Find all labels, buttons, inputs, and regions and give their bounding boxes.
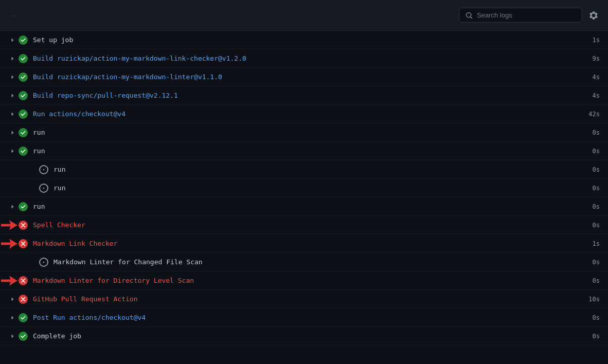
job-label: Set up job bbox=[33, 36, 578, 44]
header-left bbox=[8, 14, 19, 16]
job-row[interactable]: run0s bbox=[0, 123, 608, 142]
job-row[interactable]: run0s bbox=[0, 160, 608, 179]
search-input[interactable] bbox=[477, 11, 576, 19]
status-icon bbox=[19, 91, 28, 100]
job-label: Markdown Linter for Directory Level Scan bbox=[33, 277, 578, 284]
status-icon bbox=[19, 72, 28, 82]
job-label: run bbox=[33, 147, 578, 155]
chevron-icon bbox=[8, 221, 16, 229]
status-icon bbox=[19, 239, 28, 248]
job-duration: 42s bbox=[584, 111, 600, 118]
header-right bbox=[459, 8, 600, 23]
job-row[interactable]: run0s bbox=[0, 179, 608, 197]
chevron-icon bbox=[8, 147, 16, 155]
job-row[interactable]: Build ruzickap/action-my-markdown-linter… bbox=[0, 68, 608, 86]
status-icon bbox=[19, 35, 28, 45]
job-duration: 4s bbox=[584, 92, 600, 99]
job-row[interactable]: Spell Checker0s bbox=[0, 216, 608, 234]
svg-point-2 bbox=[43, 261, 45, 263]
job-duration: 1s bbox=[584, 37, 600, 44]
branch-name bbox=[10, 15, 16, 16]
job-label: Run actions/checkout@v4 bbox=[33, 110, 578, 118]
status-icon bbox=[19, 128, 28, 137]
status-icon bbox=[19, 332, 28, 341]
job-row[interactable]: Set up job1s bbox=[0, 31, 608, 49]
job-row[interactable]: Build repo-sync/pull-request@v2.12.14s bbox=[0, 86, 608, 105]
job-row[interactable]: Markdown Link Checker1s bbox=[0, 234, 608, 253]
search-icon bbox=[466, 12, 473, 19]
job-duration: 0s bbox=[584, 166, 600, 173]
job-label: run bbox=[53, 166, 578, 173]
status-icon bbox=[19, 221, 28, 230]
status-icon bbox=[19, 110, 28, 119]
search-box[interactable] bbox=[459, 8, 582, 23]
job-row[interactable]: Run actions/checkout@v442s bbox=[0, 105, 608, 123]
chevron-icon bbox=[8, 110, 16, 118]
job-label: Build ruzickap/action-my-markdown-link-c… bbox=[33, 54, 578, 62]
chevron-icon bbox=[29, 258, 37, 266]
job-row[interactable]: GitHub Pull Request Action10s bbox=[0, 290, 608, 308]
gear-icon bbox=[589, 11, 598, 20]
job-row[interactable]: run0s bbox=[0, 142, 608, 160]
chevron-icon bbox=[29, 184, 37, 192]
workflow-subtitle bbox=[8, 15, 19, 16]
job-duration: 0s bbox=[584, 129, 600, 136]
chevron-icon bbox=[8, 92, 16, 100]
settings-button[interactable] bbox=[587, 9, 600, 22]
chevron-icon bbox=[8, 129, 16, 137]
chevron-icon bbox=[29, 166, 37, 174]
job-row[interactable]: Build ruzickap/action-my-markdown-link-c… bbox=[0, 49, 608, 68]
job-label: GitHub Pull Request Action bbox=[33, 295, 578, 303]
job-label: run bbox=[33, 129, 578, 136]
job-duration: 0s bbox=[584, 203, 600, 210]
chevron-icon bbox=[8, 314, 16, 322]
chevron-icon bbox=[8, 295, 16, 303]
job-row[interactable]: Markdown Linter for Directory Level Scan… bbox=[0, 271, 608, 290]
job-label: Complete job bbox=[33, 332, 578, 340]
job-duration: 0s bbox=[584, 314, 600, 321]
job-label: Markdown Link Checker bbox=[33, 240, 578, 247]
job-label: run bbox=[33, 203, 578, 210]
job-duration: 4s bbox=[584, 74, 600, 81]
status-icon bbox=[19, 147, 28, 156]
job-duration: 9s bbox=[584, 55, 600, 62]
status-icon bbox=[39, 184, 48, 193]
status-icon bbox=[19, 54, 28, 63]
job-label: Post Run actions/checkout@v4 bbox=[33, 314, 578, 321]
job-duration: 0s bbox=[584, 333, 600, 340]
header bbox=[0, 0, 608, 31]
job-duration: 0s bbox=[584, 259, 600, 266]
chevron-icon bbox=[8, 36, 16, 44]
job-duration: 0s bbox=[584, 148, 600, 155]
chevron-icon bbox=[8, 54, 16, 63]
status-icon bbox=[19, 202, 28, 211]
job-row[interactable]: Complete job0s bbox=[0, 327, 608, 345]
job-row[interactable]: Post Run actions/checkout@v40s bbox=[0, 308, 608, 327]
svg-point-1 bbox=[43, 187, 45, 189]
status-icon bbox=[19, 276, 28, 285]
job-row[interactable]: Markdown Linter for Changed File Scan0s bbox=[0, 253, 608, 271]
chevron-icon bbox=[8, 240, 16, 248]
status-icon bbox=[39, 258, 48, 267]
job-row[interactable]: run0s bbox=[0, 197, 608, 216]
svg-point-0 bbox=[43, 169, 45, 170]
job-list: Set up job1sBuild ruzickap/action-my-mar… bbox=[0, 31, 608, 364]
job-duration: 0s bbox=[584, 185, 600, 192]
status-icon bbox=[19, 313, 28, 322]
chevron-icon bbox=[8, 73, 16, 81]
job-duration: 0s bbox=[584, 222, 600, 229]
status-icon bbox=[39, 165, 48, 174]
job-label: Build ruzickap/action-my-markdown-linter… bbox=[33, 73, 578, 81]
status-icon bbox=[19, 295, 28, 304]
job-label: run bbox=[53, 184, 578, 192]
chevron-icon bbox=[8, 332, 16, 340]
chevron-icon bbox=[8, 277, 16, 285]
job-duration: 1s bbox=[584, 240, 600, 247]
job-label: Spell Checker bbox=[33, 221, 578, 229]
job-duration: 10s bbox=[584, 296, 600, 303]
job-label: Markdown Linter for Changed File Scan bbox=[53, 258, 578, 266]
job-label: Build repo-sync/pull-request@v2.12.1 bbox=[33, 92, 578, 99]
chevron-icon bbox=[8, 203, 16, 211]
job-duration: 0s bbox=[584, 277, 600, 284]
